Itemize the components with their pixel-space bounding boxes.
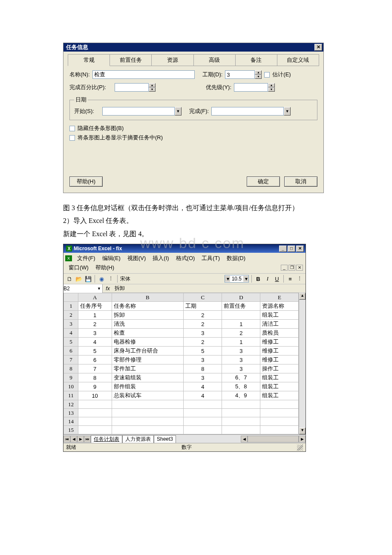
resize-grip-icon[interactable] xyxy=(297,445,303,451)
mdi-restore-icon[interactable]: ❐ xyxy=(288,265,295,271)
cell[interactable]: 清洗 xyxy=(112,320,184,329)
row-header[interactable]: 15 xyxy=(64,426,78,434)
cell[interactable]: 维修工 xyxy=(260,347,299,356)
sheet-tab[interactable]: 人力资源表 xyxy=(122,435,154,443)
cell[interactable]: 4 xyxy=(184,391,222,400)
save-icon[interactable]: 💾 xyxy=(84,275,92,283)
sheet-nav-next-icon[interactable]: ▶ xyxy=(77,436,84,442)
cell[interactable] xyxy=(222,417,260,426)
cell[interactable] xyxy=(260,409,299,417)
select-all-corner[interactable] xyxy=(64,293,78,302)
underline-icon[interactable]: U xyxy=(273,275,281,283)
name-input[interactable] xyxy=(92,70,195,79)
cell[interactable]: 组装工 xyxy=(260,391,299,400)
percent-input[interactable] xyxy=(115,83,149,92)
cell[interactable]: 组装工 xyxy=(260,373,299,382)
cell[interactable]: 操作工 xyxy=(260,364,299,373)
table-row[interactable]: 87零件加工83操作工 xyxy=(64,364,299,373)
col-header[interactable]: B xyxy=(112,293,184,302)
cell[interactable]: 变速箱组装 xyxy=(112,373,184,382)
menu-tools[interactable]: 工具(T) xyxy=(198,254,223,263)
cell[interactable]: 电器检修 xyxy=(112,338,184,347)
cancel-button[interactable]: 取消 xyxy=(284,176,317,187)
font-size-dropdown[interactable]: ▾ 10.5 ▾ xyxy=(225,275,249,283)
menu-insert[interactable]: 插入(I) xyxy=(149,254,172,263)
cell[interactable]: 5 xyxy=(184,347,222,356)
cell[interactable]: 9 xyxy=(78,382,112,391)
cell[interactable]: 3 xyxy=(222,356,260,364)
menu-format[interactable]: 格式(O) xyxy=(173,254,199,263)
font-name-label[interactable]: 宋体 xyxy=(120,275,146,283)
percent-spinner[interactable]: ▲▼ xyxy=(149,83,156,92)
menu-file[interactable]: 文件(F) xyxy=(74,254,99,263)
table-row[interactable]: 1 任务序号 任务名称 工期 前置任务 资源名称 xyxy=(64,302,299,311)
cell[interactable] xyxy=(112,409,184,417)
toolbar-overflow-icon[interactable]: ⦙ xyxy=(296,275,303,283)
row-header[interactable]: 4 xyxy=(64,329,78,338)
cell[interactable]: 2 xyxy=(222,329,260,338)
cell[interactable]: 8 xyxy=(184,364,222,373)
cell[interactable]: 10 xyxy=(78,391,112,400)
cell[interactable]: 任务序号 xyxy=(78,302,112,311)
sheet-nav-last-icon[interactable]: ⏭ xyxy=(84,436,91,442)
tab-general[interactable]: 常规 xyxy=(68,54,110,66)
cell[interactable] xyxy=(112,426,184,434)
cell[interactable]: 维修工 xyxy=(260,356,299,364)
cell[interactable]: 组装工 xyxy=(260,382,299,391)
cell[interactable] xyxy=(222,426,260,434)
row-header[interactable]: 2 xyxy=(64,311,78,320)
table-row[interactable]: 43检查32质检员 xyxy=(64,329,299,338)
tab-predecessors[interactable]: 前置任务 xyxy=(110,54,152,66)
duration-spinner[interactable]: ▲▼ xyxy=(255,70,262,79)
row-header[interactable]: 9 xyxy=(64,373,78,382)
cell[interactable] xyxy=(260,426,299,434)
cell[interactable] xyxy=(78,417,112,426)
start-dropdown-icon[interactable]: ▼ xyxy=(175,107,182,116)
cell[interactable]: 前置任务 xyxy=(222,302,260,311)
row-header[interactable]: 5 xyxy=(64,338,78,347)
cell[interactable]: 5 xyxy=(78,347,112,356)
cell[interactable]: 1 xyxy=(222,338,260,347)
name-box[interactable]: B2 ▼ xyxy=(63,284,103,293)
cell[interactable]: 资源名称 xyxy=(260,302,299,311)
row-header[interactable]: 3 xyxy=(64,320,78,329)
tab-notes[interactable]: 备注 xyxy=(236,54,277,66)
cell[interactable]: 4、9 xyxy=(222,391,260,400)
cell[interactable]: 清洁工 xyxy=(260,320,299,329)
table-row[interactable]: 12 xyxy=(64,400,299,409)
scroll-up-icon[interactable]: ▲ xyxy=(299,293,306,300)
cell[interactable]: 拆卸 xyxy=(112,311,184,320)
table-row[interactable]: 13 xyxy=(64,409,299,417)
cell[interactable]: 3 xyxy=(184,329,222,338)
cell[interactable] xyxy=(184,400,222,409)
estimate-checkbox[interactable] xyxy=(264,72,270,78)
sheet-nav-first-icon[interactable]: ⏮ xyxy=(63,436,70,442)
cell[interactable]: 6 xyxy=(78,356,112,364)
cell[interactable]: 总装和试车 xyxy=(112,391,184,400)
finish-input[interactable] xyxy=(211,107,284,116)
cell[interactable] xyxy=(222,409,260,417)
mdi-minimize-icon[interactable]: _ xyxy=(281,265,288,271)
cell[interactable] xyxy=(184,409,222,417)
sheet-tab[interactable]: 任务计划表 xyxy=(91,435,122,443)
italic-icon[interactable]: I xyxy=(264,275,271,283)
cell[interactable]: 2 xyxy=(184,338,222,347)
cell[interactable] xyxy=(222,311,260,320)
cell[interactable] xyxy=(184,417,222,426)
row-header[interactable]: 8 xyxy=(64,364,78,373)
cell[interactable]: 组装工 xyxy=(260,311,299,320)
cell[interactable]: 4 xyxy=(184,382,222,391)
table-row[interactable]: 76零部件修理33维修工 xyxy=(64,356,299,364)
close-icon[interactable]: ✕ xyxy=(314,44,322,51)
cell[interactable] xyxy=(222,400,260,409)
duration-input[interactable] xyxy=(225,70,255,79)
cell[interactable] xyxy=(78,409,112,417)
row-header[interactable]: 13 xyxy=(64,409,78,417)
menu-view[interactable]: 视图(V) xyxy=(124,254,149,263)
cell[interactable]: 7 xyxy=(78,364,112,373)
row-header[interactable]: 12 xyxy=(64,400,78,409)
rollup-checkbox[interactable] xyxy=(69,135,75,141)
start-input[interactable] xyxy=(102,107,175,116)
help-icon[interactable]: ◉ xyxy=(98,275,105,283)
menu-help[interactable]: 帮助(H) xyxy=(92,263,118,272)
